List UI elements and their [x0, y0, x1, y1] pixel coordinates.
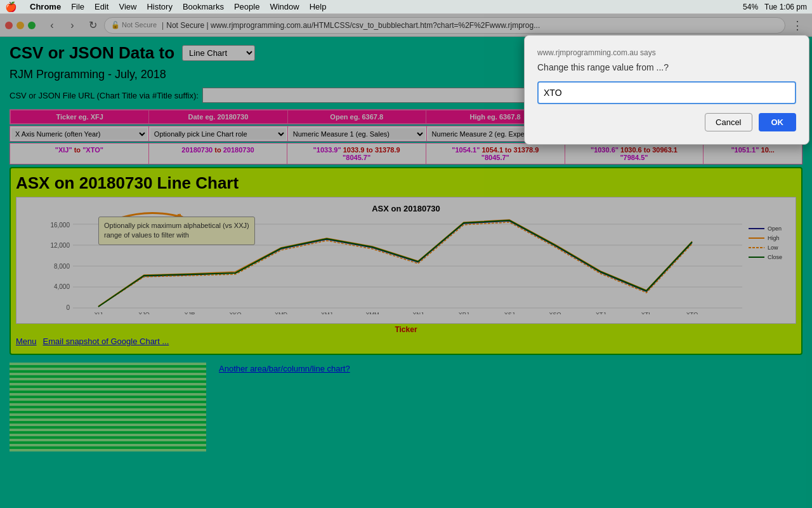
menubar-window[interactable]: Window — [270, 2, 299, 11]
menubar-file[interactable]: File — [71, 2, 84, 11]
dialog-site: www.rjmprogramming.com.au says — [537, 48, 796, 57]
dialog-input[interactable] — [537, 81, 796, 104]
menubar-right: 54% Tue 1:06 pm — [743, 3, 807, 11]
dialog-message: Change this range value from ...? — [537, 62, 796, 72]
menubar-help[interactable]: Help — [310, 2, 327, 11]
menubar-chrome[interactable]: Chrome — [30, 2, 61, 11]
menubar: 🍎 Chrome File Edit View History Bookmark… — [0, 0, 812, 14]
dialog-box: www.rjmprogramming.com.au says Change th… — [524, 35, 809, 145]
dialog-ok-button[interactable]: OK — [759, 113, 797, 131]
menubar-history[interactable]: History — [147, 2, 172, 11]
apple-icon: 🍎 — [5, 1, 17, 13]
menubar-edit[interactable]: Edit — [95, 2, 108, 11]
dialog-cancel-button[interactable]: Cancel — [705, 113, 752, 131]
dialog-buttons: Cancel OK — [537, 113, 796, 131]
dialog-overlay: www.rjmprogramming.com.au says Change th… — [0, 0, 812, 508]
menubar-people[interactable]: People — [234, 2, 259, 11]
menubar-view[interactable]: View — [119, 2, 136, 11]
menubar-bookmarks[interactable]: Bookmarks — [183, 2, 224, 11]
battery-level: 54% — [743, 3, 758, 11]
clock: Tue 1:06 pm — [764, 3, 807, 11]
